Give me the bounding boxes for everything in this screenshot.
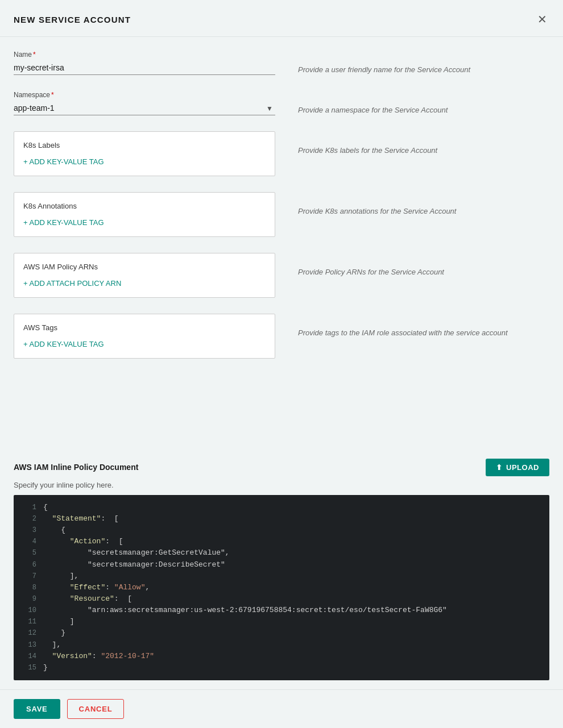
- line-content: {: [43, 525, 543, 536]
- modal-title: NEW SERVICE ACCOUNT: [14, 15, 131, 24]
- aws-iam-row: AWS IAM Policy ARNs + ADD ATTACH POLICY …: [14, 253, 549, 298]
- modal-header: NEW SERVICE ACCOUNT ✕: [0, 0, 563, 37]
- name-label: Name*: [14, 51, 275, 59]
- new-service-account-modal: NEW SERVICE ACCOUNT ✕ Name* Provide a us…: [0, 0, 563, 728]
- code-line: 2 "Statement": [: [14, 513, 549, 525]
- line-content: }: [43, 662, 543, 673]
- code-line: 13 ],: [14, 639, 549, 651]
- line-content: "Version": "2012-10-17": [43, 651, 543, 662]
- add-k8s-label-button[interactable]: + ADD KEY-VALUE TAG: [23, 157, 104, 166]
- line-content: "Effect": "Allow",: [43, 582, 543, 593]
- code-line: 10 "arn:aws:secretsmanager:us-west-2:679…: [14, 605, 549, 616]
- code-line: 4 "Action": [: [14, 536, 549, 547]
- name-field-left: Name*: [14, 51, 275, 75]
- code-line: 12 }: [14, 627, 549, 639]
- policy-header: AWS IAM Inline Policy Document ⬆ UPLOAD: [14, 459, 549, 476]
- k8s-annotations-box: K8s Annotations + ADD KEY-VALUE TAG: [14, 192, 275, 237]
- name-hint: Provide a user friendly name for the Ser…: [298, 51, 549, 75]
- k8s-labels-hint: Provide K8s labels for the Service Accou…: [298, 131, 549, 176]
- aws-tags-hint: Provide tags to the IAM role associated …: [298, 314, 549, 359]
- code-line: 1{: [14, 502, 549, 513]
- k8s-labels-box: K8s Labels + ADD KEY-VALUE TAG: [14, 131, 275, 176]
- modal-body: Name* Provide a user friendly name for t…: [0, 37, 563, 459]
- code-line: 9 "Resource": [: [14, 593, 549, 605]
- namespace-select[interactable]: app-team-1: [14, 101, 275, 115]
- cancel-button[interactable]: CANCEL: [67, 699, 125, 719]
- k8s-labels-title: K8s Labels: [23, 141, 266, 149]
- policy-title: AWS IAM Inline Policy Document: [14, 463, 138, 472]
- add-k8s-label-text: + ADD KEY-VALUE TAG: [23, 157, 104, 166]
- line-number: 2: [20, 513, 36, 525]
- aws-iam-left: AWS IAM Policy ARNs + ADD ATTACH POLICY …: [14, 253, 275, 298]
- code-line: 6 "secretsmanager:DescribeSecret": [14, 559, 549, 571]
- namespace-hint: Provide a namespace for the Service Acco…: [298, 91, 549, 115]
- add-policy-arn-button[interactable]: + ADD ATTACH POLICY ARN: [23, 279, 121, 288]
- save-button[interactable]: SAVE: [14, 699, 60, 719]
- line-number: 7: [20, 571, 36, 582]
- line-number: 4: [20, 536, 36, 547]
- line-content: {: [43, 502, 543, 513]
- add-k8s-annotation-button[interactable]: + ADD KEY-VALUE TAG: [23, 218, 104, 227]
- close-button[interactable]: ✕: [535, 11, 549, 27]
- aws-tags-row: AWS Tags + ADD KEY-VALUE TAG Provide tag…: [14, 314, 549, 359]
- add-policy-arn-text: + ADD ATTACH POLICY ARN: [23, 279, 121, 288]
- namespace-field-left: Namespace* app-team-1 ▼: [14, 91, 275, 115]
- policy-section: AWS IAM Inline Policy Document ⬆ UPLOAD …: [14, 459, 549, 680]
- upload-label: UPLOAD: [506, 463, 539, 472]
- line-number: 11: [20, 616, 36, 627]
- line-number: 5: [20, 547, 36, 559]
- line-content: "arn:aws:secretsmanager:us-west-2:679196…: [43, 605, 543, 616]
- k8s-labels-row: K8s Labels + ADD KEY-VALUE TAG Provide K…: [14, 131, 549, 176]
- aws-tags-title: AWS Tags: [23, 323, 266, 332]
- line-content: "Action": [: [43, 536, 543, 547]
- name-input[interactable]: [14, 61, 275, 75]
- line-number: 14: [20, 651, 36, 662]
- namespace-row: Namespace* app-team-1 ▼ Provide a namesp…: [14, 91, 549, 115]
- line-content: ],: [43, 571, 543, 582]
- line-number: 13: [20, 639, 36, 651]
- modal-footer: SAVE CANCEL: [0, 689, 563, 728]
- policy-subtitle: Specify your inline policy here.: [14, 481, 549, 489]
- namespace-label: Namespace*: [14, 91, 275, 99]
- close-icon: ✕: [537, 13, 547, 26]
- line-content: "Resource": [: [43, 593, 543, 605]
- line-number: 1: [20, 502, 36, 513]
- code-line: 11 ]: [14, 616, 549, 627]
- upload-button[interactable]: ⬆ UPLOAD: [486, 459, 549, 476]
- add-aws-tag-button[interactable]: + ADD KEY-VALUE TAG: [23, 340, 104, 348]
- add-k8s-annotation-text: + ADD KEY-VALUE TAG: [23, 218, 104, 227]
- k8s-annotations-row: K8s Annotations + ADD KEY-VALUE TAG Prov…: [14, 192, 549, 237]
- code-line: 7 ],: [14, 571, 549, 582]
- line-content: }: [43, 627, 543, 639]
- k8s-labels-left: K8s Labels + ADD KEY-VALUE TAG: [14, 131, 275, 176]
- line-content: ]: [43, 616, 543, 627]
- aws-iam-box: AWS IAM Policy ARNs + ADD ATTACH POLICY …: [14, 253, 275, 298]
- k8s-annotations-hint: Provide K8s annotations for the Service …: [298, 192, 549, 237]
- line-number: 3: [20, 525, 36, 536]
- line-content: "Statement": [: [43, 513, 543, 525]
- line-number: 6: [20, 559, 36, 571]
- line-content: "secretsmanager:GetSecretValue",: [43, 547, 543, 559]
- code-line: 5 "secretsmanager:GetSecretValue",: [14, 547, 549, 559]
- name-row: Name* Provide a user friendly name for t…: [14, 51, 549, 75]
- line-number: 10: [20, 605, 36, 616]
- line-number: 15: [20, 662, 36, 673]
- k8s-annotations-left: K8s Annotations + ADD KEY-VALUE TAG: [14, 192, 275, 237]
- line-content: ],: [43, 639, 543, 651]
- line-number: 9: [20, 593, 36, 605]
- aws-tags-box: AWS Tags + ADD KEY-VALUE TAG: [14, 314, 275, 359]
- code-line: 3 {: [14, 525, 549, 536]
- upload-icon: ⬆: [496, 463, 503, 472]
- line-number: 8: [20, 582, 36, 593]
- line-number: 12: [20, 627, 36, 639]
- add-aws-tag-text: + ADD KEY-VALUE TAG: [23, 340, 104, 348]
- namespace-select-wrapper: app-team-1 ▼: [14, 101, 275, 115]
- code-line: 15}: [14, 662, 549, 673]
- k8s-annotations-title: K8s Annotations: [23, 202, 266, 210]
- code-editor[interactable]: 1{2 "Statement": [3 {4 "Action": [5 "sec…: [14, 495, 549, 680]
- code-line: 14 "Version": "2012-10-17": [14, 651, 549, 662]
- aws-tags-left: AWS Tags + ADD KEY-VALUE TAG: [14, 314, 275, 359]
- code-line: 8 "Effect": "Allow",: [14, 582, 549, 593]
- aws-iam-title: AWS IAM Policy ARNs: [23, 263, 266, 271]
- line-content: "secretsmanager:DescribeSecret": [43, 559, 543, 571]
